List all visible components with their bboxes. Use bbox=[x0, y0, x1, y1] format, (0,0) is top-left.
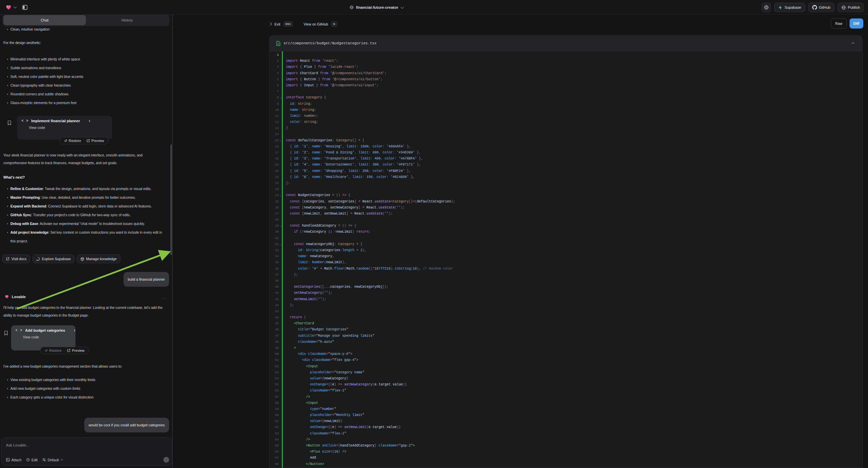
view-code-link[interactable]: View code bbox=[29, 125, 108, 129]
code-line: 26 const [newCategory, setNewCategory] =… bbox=[270, 205, 862, 211]
heart-icon bbox=[4, 294, 9, 299]
line-number: 10 bbox=[270, 107, 279, 113]
bookmark-icon[interactable] bbox=[7, 120, 11, 125]
line-number: 11 bbox=[270, 113, 279, 119]
list-item: Refine & Customize: Tweak the design, an… bbox=[5, 184, 165, 193]
code-line: 39 setCategories([...categories, newCate… bbox=[270, 284, 862, 290]
code-line: 4import ChartCard from '@/components/ui/… bbox=[270, 70, 862, 77]
list-item: Soft, neutral color palette with light b… bbox=[5, 72, 166, 81]
code-line: 31 bbox=[270, 235, 862, 241]
code-line: 23 bbox=[270, 186, 862, 193]
list-item: Glass-morphic elements for a premium fee… bbox=[5, 98, 166, 107]
line-number: 12 bbox=[270, 119, 279, 125]
line-number: 47 bbox=[270, 333, 279, 339]
view-on-github-button[interactable]: View on GitHub bbox=[304, 22, 328, 26]
raw-toggle-button[interactable]: Raw bbox=[831, 19, 846, 29]
sidebar-toggle-button[interactable] bbox=[20, 3, 30, 12]
code-lines: 12import React from 'react';3import { Pl… bbox=[270, 52, 862, 467]
globe-icon bbox=[841, 5, 846, 10]
line-number: 44 bbox=[270, 315, 279, 321]
view-code-link[interactable]: View code bbox=[23, 335, 71, 339]
code-line: 6import { Input } from '@/components/ui/… bbox=[270, 83, 862, 89]
panel-divider[interactable] bbox=[172, 15, 173, 468]
line-number: 68 bbox=[270, 461, 279, 467]
line-number: 31 bbox=[270, 235, 279, 241]
settings-button[interactable] bbox=[762, 3, 771, 12]
arrow-up-icon: ↑ bbox=[165, 458, 167, 462]
line-number: 25 bbox=[270, 199, 279, 205]
restore-button[interactable]: ↺Restore bbox=[44, 349, 62, 352]
project-switcher[interactable]: financial-future-creator bbox=[350, 0, 403, 15]
code-line: 68 </Button> bbox=[270, 461, 862, 467]
code-line: 59 type="number" bbox=[270, 406, 862, 412]
code-line: 27 const [newLimit, setNewLimit] = React… bbox=[270, 211, 862, 217]
code-line: 13} bbox=[270, 125, 862, 131]
publish-label: Publish bbox=[848, 5, 860, 9]
manage-knowledge-button[interactable]: Manage knowledge bbox=[77, 255, 120, 263]
code-line: 58 <Input bbox=[270, 400, 862, 406]
diff-toggle-button[interactable]: Diff bbox=[849, 19, 864, 29]
code-line: 35 limit: Number(newLimit), bbox=[270, 260, 862, 266]
chevron-down-icon bbox=[61, 458, 63, 461]
bookmark-icon[interactable] bbox=[4, 331, 8, 335]
chat-input[interactable] bbox=[6, 443, 168, 447]
lovable-logo[interactable] bbox=[5, 4, 16, 11]
code-line: 61 value={newLimit} bbox=[270, 418, 862, 425]
line-number: 26 bbox=[270, 205, 279, 211]
github-icon bbox=[812, 5, 817, 10]
chevron-down-icon bbox=[401, 5, 404, 9]
supabase-button[interactable]: Supabase bbox=[774, 3, 805, 12]
design-heading: For the design aesthetic: bbox=[3, 40, 41, 45]
diff-added-bar bbox=[282, 51, 283, 468]
quick-actions: Visit docs Explore Supabase Manage knowl… bbox=[2, 255, 120, 263]
assistant-reply: I'll help you add budget categories to t… bbox=[3, 304, 171, 319]
line-number: 27 bbox=[270, 211, 279, 217]
code-line: 3import { Plus } from 'lucide-react'; bbox=[270, 64, 862, 70]
line-number: 20 bbox=[270, 168, 279, 174]
code-view: Exit ESC View on GitHub G Raw Diff src/c… bbox=[173, 15, 868, 468]
mode-select[interactable]: Default bbox=[42, 458, 62, 462]
tab-history[interactable]: History bbox=[86, 15, 168, 25]
list-item: Subtle animations and transitions bbox=[5, 63, 166, 72]
line-number: 56 bbox=[270, 388, 279, 394]
restore-button[interactable]: ↺Restore bbox=[64, 139, 81, 143]
visit-docs-button[interactable]: Visit docs bbox=[2, 255, 30, 263]
tab-chat[interactable]: Chat bbox=[3, 15, 86, 25]
line-number: 55 bbox=[270, 382, 279, 388]
version-actions-pill: ↺Restore Preview bbox=[40, 347, 89, 354]
code-line: 63 className="flex-1" bbox=[270, 431, 862, 437]
explore-supabase-button[interactable]: Explore Supabase bbox=[33, 255, 74, 263]
exit-button[interactable]: Exit bbox=[275, 22, 280, 26]
file-header[interactable]: src/components/budget/BudgetCategories.t… bbox=[270, 36, 862, 51]
line-number: 9 bbox=[270, 101, 279, 107]
line-number: 35 bbox=[270, 260, 279, 266]
line-number: 17 bbox=[270, 150, 279, 156]
assistant-header: Lovable bbox=[4, 294, 26, 299]
composer: Attach Edit Default ↑ bbox=[1, 437, 173, 466]
code-line: 66 <Plus size={16} /> bbox=[270, 449, 862, 455]
github-button[interactable]: GitHub bbox=[808, 3, 834, 12]
publish-button[interactable]: Publish bbox=[837, 3, 864, 12]
line-number: 33 bbox=[270, 247, 279, 254]
code-card: src/components/budget/BudgetCategories.t… bbox=[269, 35, 863, 468]
line-number: 49 bbox=[270, 345, 279, 351]
preview-button[interactable]: Preview bbox=[87, 139, 104, 143]
attach-button[interactable]: Attach bbox=[6, 458, 22, 462]
chat-scrollbar[interactable] bbox=[170, 144, 172, 255]
edit-button[interactable]: Edit bbox=[26, 458, 38, 462]
code-line: 50 <div className="space-y-6"> bbox=[270, 351, 862, 357]
send-button[interactable]: ↑ bbox=[163, 457, 169, 463]
list-item: Expand with Backend: Connect Supabase to… bbox=[5, 202, 165, 210]
target-icon bbox=[26, 458, 30, 462]
line-number: 39 bbox=[270, 284, 279, 290]
code-line: 10 name: string; bbox=[270, 107, 862, 113]
chevron-left-icon bbox=[269, 23, 272, 26]
preview-button[interactable]: Preview bbox=[67, 349, 85, 352]
message-menu-button[interactable]: ... bbox=[163, 295, 167, 299]
version-card-title: Implement financial planner bbox=[31, 119, 80, 123]
version-card-implement-financial-planner[interactable]: < > Implement financial planner › View c… bbox=[17, 116, 112, 140]
gear-icon bbox=[764, 5, 769, 10]
line-number: 61 bbox=[270, 418, 279, 425]
line-number: 63 bbox=[270, 431, 279, 437]
collapse-file-button[interactable] bbox=[850, 39, 856, 48]
